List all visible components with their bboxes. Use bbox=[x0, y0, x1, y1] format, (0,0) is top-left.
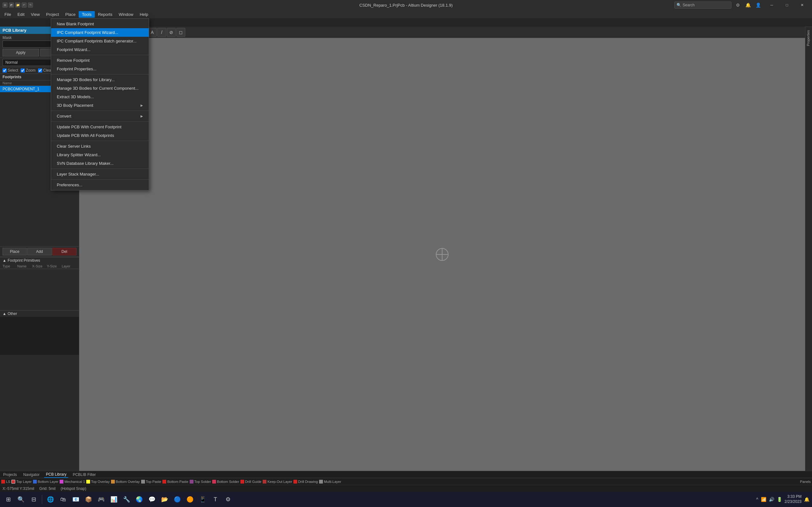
notify-icon[interactable]: 🔔 bbox=[744, 1, 752, 9]
dd-footprint-wizard[interactable]: Footprint Wizard... bbox=[51, 45, 149, 54]
task-view[interactable]: ⊟ bbox=[28, 494, 39, 505]
btab-projects[interactable]: Projects bbox=[1, 472, 19, 477]
canvas-area[interactable] bbox=[79, 38, 805, 471]
tray-battery[interactable]: 🔋 bbox=[777, 497, 782, 502]
dd-svn-database[interactable]: SVN Database Library Maker... bbox=[51, 159, 149, 168]
taskbar-app1[interactable]: 📦 bbox=[83, 494, 94, 505]
other-content bbox=[0, 317, 79, 355]
start-button[interactable]: ⊞ bbox=[3, 494, 14, 505]
taskbar-app4[interactable]: 🔧 bbox=[121, 494, 132, 505]
layer-top-solder[interactable]: Top Solder bbox=[190, 480, 211, 484]
titlebar-icon3[interactable]: 📁 bbox=[15, 3, 20, 8]
dd-manage-3d-library[interactable]: Manage 3D Bodies for Library... bbox=[51, 75, 149, 84]
tray-network[interactable]: 📶 bbox=[761, 497, 766, 502]
titlebar-icon2[interactable]: ◩ bbox=[9, 3, 14, 8]
maximize-button[interactable]: □ bbox=[780, 0, 794, 10]
dd-ipc-wizard[interactable]: IPC Compliant Footprint Wizard... bbox=[51, 28, 149, 37]
btab-pcblib-filter[interactable]: PCBLIB Filter bbox=[71, 472, 98, 477]
add-button[interactable]: Add bbox=[27, 248, 51, 256]
taskbar-store[interactable]: 🛍 bbox=[57, 494, 69, 505]
del-button[interactable]: Del bbox=[52, 248, 77, 256]
taskbar-app11[interactable]: T bbox=[210, 494, 221, 505]
tray-volume[interactable]: 🔊 bbox=[769, 497, 774, 502]
clear-checkbox[interactable] bbox=[38, 68, 42, 72]
dd-preferences[interactable]: Preferences... bbox=[51, 181, 149, 189]
taskbar-app6[interactable]: 💬 bbox=[146, 494, 158, 505]
text-tool-btn[interactable]: A bbox=[148, 28, 157, 37]
menu-view[interactable]: View bbox=[28, 11, 43, 18]
taskbar-app10[interactable]: 📱 bbox=[197, 494, 208, 505]
redo-btn[interactable]: ↷ bbox=[28, 3, 33, 8]
layer-bottom[interactable]: Bottom Layer bbox=[33, 480, 58, 484]
search-taskbar[interactable]: 🔍 bbox=[15, 494, 27, 505]
menu-window[interactable]: Window bbox=[115, 11, 136, 18]
layer-bottom-overlay[interactable]: Bottom Overlay bbox=[111, 480, 140, 484]
dd-library-splitter[interactable]: Library Splitter Wizard... bbox=[51, 151, 149, 159]
close-button[interactable]: ✕ bbox=[795, 0, 809, 10]
titlebar-icon1[interactable]: ⊞ bbox=[3, 3, 8, 8]
minimize-button[interactable]: ─ bbox=[764, 0, 779, 10]
taskbar-app8[interactable]: 🔵 bbox=[171, 494, 183, 505]
dd-extract-3d[interactable]: Extract 3D Models... bbox=[51, 93, 149, 101]
layer-ls[interactable]: LS bbox=[1, 480, 10, 484]
btab-navigator[interactable]: Navigator bbox=[21, 472, 41, 477]
dd-manage-3d-current[interactable]: Manage 3D Bodies for Current Component..… bbox=[51, 84, 149, 93]
layer-top[interactable]: Top Layer bbox=[11, 480, 32, 484]
menu-tools[interactable]: Tools bbox=[79, 11, 95, 18]
taskbar-app2[interactable]: 🎮 bbox=[96, 494, 107, 505]
taskbar-app3[interactable]: 📊 bbox=[108, 494, 119, 505]
taskbar-mail[interactable]: 📧 bbox=[70, 494, 82, 505]
select-checkbox[interactable] bbox=[3, 68, 7, 72]
btab-pcb-library[interactable]: PCB Library bbox=[44, 471, 68, 478]
tray-chevron[interactable]: ^ bbox=[756, 497, 758, 502]
menu-file[interactable]: File bbox=[1, 11, 14, 18]
panels-button[interactable]: Panels bbox=[800, 480, 811, 484]
dd-remove-footprint[interactable]: Remove Footprint bbox=[51, 56, 149, 65]
dd-convert[interactable]: Convert ▶ bbox=[51, 112, 149, 120]
layer-top-paste[interactable]: Top Paste bbox=[141, 480, 161, 484]
taskbar-app9[interactable]: 🟠 bbox=[184, 494, 196, 505]
apply-button[interactable]: Apply bbox=[3, 49, 39, 56]
menu-reports[interactable]: Reports bbox=[95, 11, 116, 18]
dd-footprint-properties[interactable]: Footprint Properties... bbox=[51, 65, 149, 73]
zoom-checkbox[interactable] bbox=[20, 68, 25, 72]
menu-edit[interactable]: Edit bbox=[14, 11, 28, 18]
dd-update-pcb-current[interactable]: Update PCB With Current Footprint bbox=[51, 123, 149, 131]
undo-btn[interactable]: ↶ bbox=[21, 3, 27, 8]
layer-mechanical[interactable]: Mechanical 1 bbox=[60, 480, 85, 484]
layer-drill-drawing[interactable]: Drill Drawing bbox=[293, 480, 318, 484]
user-icon[interactable]: 👤 bbox=[754, 1, 762, 9]
menu-project[interactable]: Project bbox=[43, 11, 62, 18]
rect2-tool-btn[interactable]: ◻ bbox=[176, 28, 185, 37]
place-button[interactable]: Place bbox=[3, 248, 27, 256]
taskbar-app5[interactable]: 🌏 bbox=[134, 494, 145, 505]
dd-new-blank-footprint[interactable]: New Blank Footprint bbox=[51, 20, 149, 28]
layer-bottom-paste-color bbox=[162, 480, 166, 484]
menu-help[interactable]: Help bbox=[136, 11, 151, 18]
clock[interactable]: 3:33 PM 2/23/2023 bbox=[785, 494, 802, 504]
dd-3d-placement[interactable]: 3D Body Placement ▶ bbox=[51, 101, 149, 110]
layer-bottom-solder[interactable]: Bottom Solder bbox=[212, 480, 239, 484]
dd-ipc-batch[interactable]: IPC Compliant Footprints Batch generator… bbox=[51, 37, 149, 45]
line-tool-btn[interactable]: / bbox=[157, 28, 166, 37]
other-header[interactable]: ▲ Other bbox=[0, 311, 79, 317]
search-box[interactable]: 🔍 Search bbox=[674, 2, 731, 9]
layer-drill-guide[interactable]: Drill Guide bbox=[241, 480, 261, 484]
layer-bottom-solder-label: Bottom Solder bbox=[217, 480, 239, 484]
layer-bottom-paste[interactable]: Bottom Paste bbox=[162, 480, 188, 484]
dd-layer-stack[interactable]: Layer Stack Manager... bbox=[51, 170, 149, 178]
taskbar-edge[interactable]: 🌐 bbox=[45, 494, 56, 505]
menu-place[interactable]: Place bbox=[62, 11, 79, 18]
primitives-header[interactable]: ▲ Footprint Primitives bbox=[0, 257, 79, 264]
layer-multi[interactable]: Multi-Layer bbox=[319, 480, 341, 484]
taskbar-app12[interactable]: ⚙ bbox=[222, 494, 234, 505]
dd-update-pcb-all[interactable]: Update PCB With All Footprints bbox=[51, 131, 149, 140]
dd-clear-server-links[interactable]: Clear Server Links bbox=[51, 142, 149, 151]
taskbar-app7[interactable]: 📂 bbox=[159, 494, 170, 505]
layer-keepout[interactable]: Keep-Out Layer bbox=[263, 480, 292, 484]
slash-tool-btn[interactable]: ⊘ bbox=[167, 28, 176, 37]
tray-notification[interactable]: 🔔 bbox=[804, 497, 809, 502]
layer-top-overlay[interactable]: Top Overlay bbox=[86, 480, 110, 484]
settings-icon[interactable]: ⚙ bbox=[734, 1, 742, 9]
properties-tab[interactable]: Properties bbox=[805, 26, 812, 49]
